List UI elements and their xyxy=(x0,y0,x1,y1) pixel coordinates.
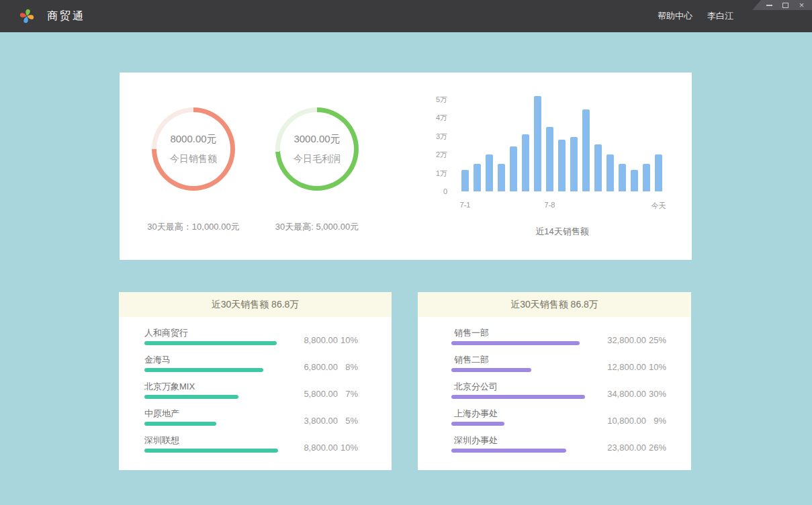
bar-column xyxy=(619,94,626,191)
maximize-button[interactable] xyxy=(782,0,789,10)
ranking-progress-bar xyxy=(451,341,580,345)
sales-bar xyxy=(631,170,638,191)
sales-bar xyxy=(461,170,469,191)
ranking-progress-bar xyxy=(451,368,531,372)
sales-bar xyxy=(582,109,590,191)
sales-bar xyxy=(546,127,553,191)
ranking-row: 深圳联想8,800.0010% xyxy=(144,434,392,453)
ranking-name: 中原地产 xyxy=(144,408,279,420)
ranking-rows: 人和商贸行8,800.0010%金海马6,800.008%北京万象MIX5,80… xyxy=(119,317,392,453)
ranking-amount: 23,800.00 xyxy=(586,443,646,453)
ranking-progress-bar xyxy=(451,422,504,426)
sales-bar xyxy=(534,96,541,191)
ranking-progress-bar xyxy=(144,341,277,345)
sales-bar xyxy=(473,164,481,191)
department-sales-ranking-card: 近30天销售额 86.8万 销售一部32,800.0025%销售二部12,800… xyxy=(418,292,691,470)
ranking-progress-bar xyxy=(451,395,585,399)
ranking-amount: 32,800.00 xyxy=(586,335,646,345)
ranking-progress-bar xyxy=(144,395,238,399)
bar-column xyxy=(594,94,602,191)
today-sales-label: 今日销售额 xyxy=(170,153,217,165)
ranking-amount: 34,800.00 xyxy=(586,389,646,399)
ranking-header: 近30天销售额 86.8万 xyxy=(418,292,691,317)
minimize-button[interactable] xyxy=(766,0,773,10)
ranking-row: 北京分公司34,800.0030% xyxy=(451,381,691,399)
user-name-link[interactable]: 李白江 xyxy=(707,10,733,22)
ranking-percent: 8% xyxy=(338,362,358,372)
ranking-row: 上海办事处10,800.009% xyxy=(451,408,691,426)
today-sales-30d-max: 30天最高：10,000.00元 xyxy=(133,221,254,233)
bar-column xyxy=(510,94,517,191)
overview-card: 8000.00元 今日销售额 30天最高：10,000.00元 3000.00元… xyxy=(120,73,692,260)
today-profit-label: 今日毛利润 xyxy=(294,153,341,165)
ranking-main: 金海马 xyxy=(144,354,279,372)
today-sales-donut: 8000.00元 今日销售额 xyxy=(152,107,235,191)
sales-bar xyxy=(558,140,566,191)
bar-column xyxy=(522,94,529,191)
ranking-percent: 30% xyxy=(646,389,666,399)
close-button[interactable]: × xyxy=(798,0,805,10)
topbar-menu: 帮助中心 李白江 xyxy=(658,0,733,32)
ranking-progress-bar xyxy=(451,449,566,453)
ranking-name: 北京万象MIX xyxy=(144,381,279,393)
ranking-percent: 5% xyxy=(338,416,358,426)
ranking-main: 北京万象MIX xyxy=(144,381,279,399)
help-center-link[interactable]: 帮助中心 xyxy=(658,10,692,22)
topbar: 商贸通 帮助中心 李白江 × xyxy=(0,0,812,32)
bar-column: 今天 xyxy=(655,94,662,191)
ranking-progress-bar xyxy=(144,449,278,453)
app-title: 商贸通 xyxy=(47,9,85,24)
y-axis-tick: 0 xyxy=(443,187,447,196)
donut-center: 8000.00元 今日销售额 xyxy=(156,112,230,186)
ranking-name: 人和商贸行 xyxy=(144,327,279,339)
ranking-amount: 5,800.00 xyxy=(279,389,338,399)
ranking-row: 销售一部32,800.0025% xyxy=(451,327,691,345)
today-profit-gauge: 3000.00元 今日毛利润 30天最高: 5,000.00元 xyxy=(257,73,377,260)
bar-column xyxy=(498,94,505,191)
bar-plot: 7-17-8今天 xyxy=(461,94,663,191)
ranking-row: 深圳办事处23,800.0026% xyxy=(451,434,691,453)
bar-column xyxy=(582,94,590,191)
sales-bar xyxy=(570,137,578,191)
x-axis-label: 7-8 xyxy=(545,201,555,209)
ranking-percent: 10% xyxy=(338,335,358,345)
sales-bar xyxy=(643,164,650,191)
ranking-main: 销售二部 xyxy=(451,354,586,372)
bar-column xyxy=(570,94,578,191)
bar-column: 7-8 xyxy=(546,94,553,191)
y-axis-tick: 5万 xyxy=(436,95,447,104)
donut-center: 3000.00元 今日毛利润 xyxy=(280,112,354,186)
sales-bar xyxy=(510,146,517,191)
ranking-name: 上海办事处 xyxy=(451,408,586,420)
bar-column xyxy=(606,94,614,191)
ranking-percent: 10% xyxy=(646,362,666,372)
bar-column: 7-1 xyxy=(461,94,469,191)
pinwheel-logo-icon xyxy=(17,7,36,26)
ranking-amount: 8,800.00 xyxy=(279,335,338,345)
today-profit-donut: 3000.00元 今日毛利润 xyxy=(275,107,359,191)
ranking-main: 深圳办事处 xyxy=(451,434,586,453)
ranking-amount: 3,800.00 xyxy=(279,416,338,426)
sales-bar xyxy=(522,134,529,191)
sales-bar xyxy=(655,154,662,191)
ranking-row: 北京万象MIX5,800.007% xyxy=(144,381,392,399)
ranking-name: 金海马 xyxy=(144,354,279,366)
ranking-amount: 10,800.00 xyxy=(586,416,646,426)
bar-column xyxy=(643,94,650,191)
ranking-name: 销售一部 xyxy=(451,327,586,339)
ranking-amount: 6,800.00 xyxy=(279,362,338,372)
x-axis-label: 今天 xyxy=(651,201,666,211)
y-axis: 5万4万3万2万1万0 xyxy=(428,89,457,203)
today-profit-value: 3000.00元 xyxy=(294,133,340,146)
app-window: 商贸通 帮助中心 李白江 × 8000.00元 今日销售额 30天最高：10,0… xyxy=(0,0,812,505)
ranking-percent: 9% xyxy=(646,416,666,426)
today-sales-value: 8000.00元 xyxy=(170,133,216,146)
close-icon: × xyxy=(799,1,805,9)
bar-column xyxy=(473,94,481,191)
ranking-name: 北京分公司 xyxy=(451,381,586,393)
ranking-main: 深圳联想 xyxy=(144,434,279,453)
ranking-progress-bar xyxy=(144,422,216,426)
bar-column xyxy=(534,94,541,191)
y-axis-tick: 3万 xyxy=(436,132,447,141)
ranking-amount: 12,800.00 xyxy=(586,362,646,372)
